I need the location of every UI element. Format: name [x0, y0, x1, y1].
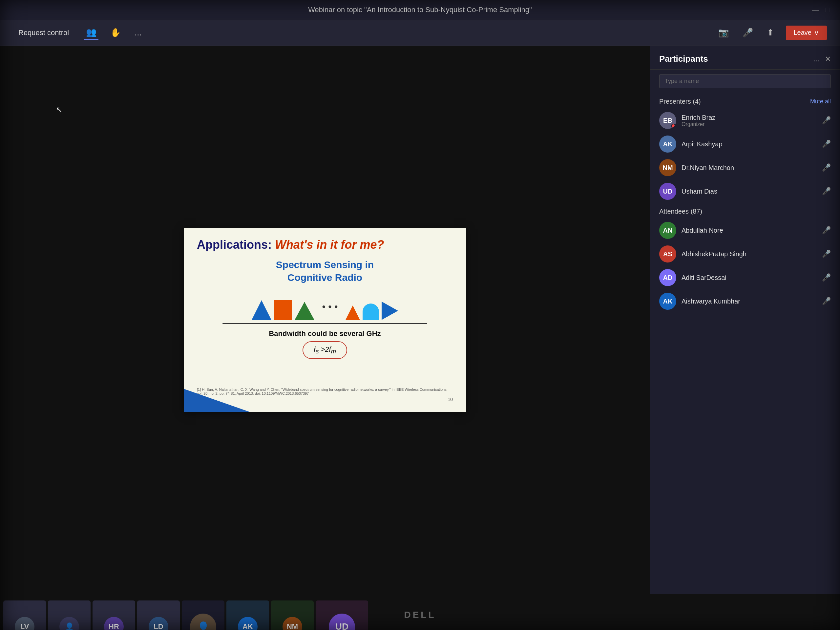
video-thumb-anon2[interactable]: 👤: [182, 600, 224, 630]
leave-chevron: ∨: [814, 29, 819, 37]
more-options-icon[interactable]: ...: [133, 25, 144, 40]
video-thumb-hr[interactable]: HR HR: [93, 600, 135, 630]
participant-item-enrich-braz[interactable]: EB Enrich Braz Organizer 🎤: [650, 109, 840, 132]
mute-all-button[interactable]: Mute all: [810, 98, 831, 105]
video-avatar-anon2: 👤: [190, 614, 216, 630]
shape-triangle-blue-1: [252, 300, 272, 320]
video-thumb-niyan[interactable]: NM Dr.Niyan Marchon 🎤: [271, 600, 314, 630]
participant-mic-aditi: 🎤: [822, 273, 831, 282]
hand-raise-icon[interactable]: ✋: [108, 25, 123, 40]
shape-triangle-blue-right: [382, 302, 398, 320]
share-screen-icon[interactable]: ⬆: [765, 25, 776, 40]
video-thumb-usham[interactable]: UD Usham Dias: [316, 600, 368, 630]
participant-info-aditi: Aditi SarDessai: [682, 274, 817, 281]
participant-item-aishwarya-kumbhar[interactable]: AK Aishwarya Kumbhar 🎤: [650, 289, 840, 313]
meeting-toolbar: Request control 👥 ✋ ... 📷 🎤 ⬆ Leave ∨: [0, 20, 840, 46]
participant-item-arpit-kashyap[interactable]: AK Arpit Kashyap 🎤: [650, 132, 840, 156]
participant-item-niyan-marchon[interactable]: NM Dr.Niyan Marchon 🎤: [650, 156, 840, 180]
participant-item-aditi-sardessai[interactable]: AD Aditi SarDessai 🎤: [650, 266, 840, 289]
video-avatar-hr: HR: [104, 617, 124, 630]
status-dot-enrich: [671, 124, 676, 128]
avatar-abhishek-singh: AS: [659, 245, 676, 262]
video-avatar-anon1: 👤: [59, 617, 79, 630]
participants-toolbar-icon[interactable]: 👥: [84, 25, 98, 40]
participant-mic-usham: 🎤: [822, 187, 831, 196]
video-thumb-lv[interactable]: LV LV: [3, 600, 46, 630]
sidebar-title: Participants: [659, 54, 708, 64]
participant-info-arpit: Arpit Kashyap: [682, 141, 817, 148]
mic-icon[interactable]: 🎤: [741, 25, 755, 40]
video-avatar-niyan-row: NM: [283, 617, 302, 630]
video-avatar-usham-row: UD: [329, 614, 355, 630]
participant-mic-enrich: 🎤: [822, 116, 831, 125]
dell-brand-label: DELL: [404, 609, 436, 620]
slide-title: Applications: What's in it for me?: [197, 238, 453, 252]
participant-item-abdullah-nore[interactable]: AN Abdullah Nore 🎤: [650, 218, 840, 242]
video-avatar-lv: LV: [15, 617, 35, 630]
presentation-area: ↖ Applications: What's in it for me? Spe…: [0, 46, 650, 594]
shape-dots: • • •: [322, 301, 338, 313]
shapes-divider-line: [223, 323, 427, 324]
video-thumb-ld[interactable]: LD LD: [137, 600, 180, 630]
avatar-abdullah-nore: AN: [659, 222, 676, 239]
video-thumb-aishwarya[interactable]: AK Aishwarya Kumbhar 🎤: [226, 600, 269, 630]
presenters-label: Presenters (4): [659, 98, 701, 105]
attendees-label: Attendees (87): [659, 208, 702, 215]
avatar-aishwarya-kumbhar: AK: [659, 293, 676, 310]
participant-info-enrich: Enrich Braz Organizer: [682, 114, 817, 127]
sidebar-close-icon[interactable]: ✕: [825, 55, 831, 63]
avatar-niyan-marchon: NM: [659, 159, 676, 176]
slide-container: Applications: What's in it for me? Spect…: [184, 228, 466, 412]
participant-role-enrich: Organizer: [682, 122, 817, 127]
participant-info-usham: Usham Dias: [682, 188, 817, 195]
participant-name-arpit: Arpit Kashyap: [682, 141, 817, 148]
participant-item-usham-dias[interactable]: UD Usham Dias 🎤: [650, 180, 840, 203]
leave-label: Leave: [794, 29, 812, 36]
shape-triangle-orange-small: [346, 305, 360, 320]
video-avatar-ld: LD: [148, 617, 168, 630]
bandwidth-text: Bandwidth could be several GHz: [197, 330, 453, 338]
slide-content: Applications: What's in it for me? Spect…: [184, 228, 466, 412]
sidebar-more-icon[interactable]: ...: [814, 55, 819, 63]
participant-mic-abdullah: 🎤: [822, 226, 831, 235]
participants-sidebar: Participants ... ✕ Presenters (4) Mute a…: [650, 46, 840, 594]
participants-body: Presenters (4) Mute all EB Enrich Braz O…: [650, 93, 840, 594]
slide-title-italic: What's in it for me?: [275, 238, 384, 251]
main-area: ↖ Applications: What's in it for me? Spe…: [0, 46, 840, 594]
leave-button[interactable]: Leave ∨: [786, 25, 827, 40]
participant-name-abhishek: AbhishekPratap Singh: [682, 250, 817, 258]
video-thumb-anon1[interactable]: 👤: [48, 600, 90, 630]
window-title: Webinar on topic "An Introduction to Sub…: [308, 6, 532, 14]
camera-icon[interactable]: 📷: [716, 25, 731, 40]
window-controls: — □: [812, 6, 830, 14]
participant-mic-abhishek: 🎤: [822, 250, 831, 258]
shape-triangle-green: [295, 302, 314, 320]
participant-info-niyan: Dr.Niyan Marchon: [682, 164, 817, 172]
participant-info-abdullah: Abdullah Nore: [682, 227, 817, 234]
participant-info-aishwarya: Aishwarya Kumbhar: [682, 298, 817, 305]
participant-mic-niyan: 🎤: [822, 163, 831, 172]
participant-mic-arpit: 🎤: [822, 140, 831, 148]
sidebar-header-icons: ... ✕: [814, 55, 831, 63]
slide-subtitle: Spectrum Sensing inCognitive Radio: [197, 258, 453, 284]
formula-container: fs >2fm: [197, 341, 453, 359]
formula-oval: fs >2fm: [303, 341, 347, 359]
avatar-arpit-kashyap: AK: [659, 136, 676, 153]
participant-mic-aishwarya: 🎤: [822, 297, 831, 305]
minimize-button[interactable]: —: [812, 6, 819, 14]
avatar-aditi-sardessai: AD: [659, 269, 676, 286]
shapes-row: • • •: [197, 294, 453, 320]
participant-item-abhishek-singh[interactable]: AS AbhishekPratap Singh 🎤: [650, 242, 840, 266]
participant-name-aditi: Aditi SarDessai: [682, 274, 817, 281]
request-control-button[interactable]: Request control: [13, 26, 74, 40]
shape-semicircle-blue: [363, 303, 379, 320]
video-avatar-aishwarya: AK: [238, 617, 257, 630]
attendees-section-header: Attendees (87): [650, 203, 840, 218]
shape-rect-orange: [274, 300, 292, 320]
slide-title-prefix: Applications:: [197, 238, 275, 251]
participant-name-niyan: Dr.Niyan Marchon: [682, 164, 817, 172]
maximize-button[interactable]: □: [826, 6, 830, 14]
title-bar: Webinar on topic "An Introduction to Sub…: [0, 0, 840, 20]
participant-search-input[interactable]: [659, 74, 831, 88]
participant-name-abdullah: Abdullah Nore: [682, 227, 817, 234]
